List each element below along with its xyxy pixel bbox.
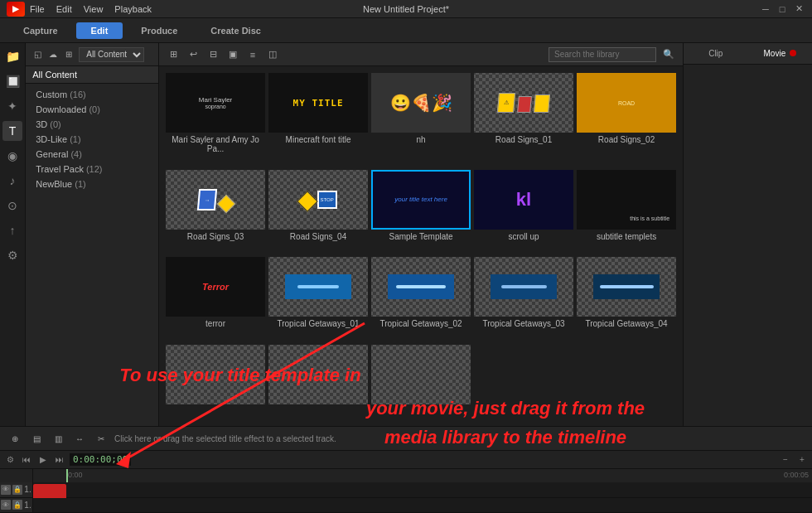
thumb-minecraft-font[interactable]: MY TITLE Minecraft font title [268, 73, 368, 167]
sidebar-icon-tools[interactable]: ⚙ [2, 245, 22, 265]
timeline-icon-settings[interactable]: ⚙ [3, 453, 17, 467]
media-panel: ◱ ☁ ⊞ All Content All Content Custom (16… [26, 43, 159, 426]
category-travel-pack[interactable]: Travel Pack (12) [26, 162, 158, 177]
tab-edit[interactable]: Edit [76, 22, 123, 39]
thumb-road-signs-03[interactable]: → Road Signs_03 [166, 170, 265, 254]
timeline-tracks: 👁 🔒 1. 👁 🔒 1. [0, 482, 812, 513]
toolbar-icon-grid[interactable]: ⊟ [205, 47, 220, 62]
thumb-subtitle-templets[interactable]: this is a subtitle subtitle templets [577, 170, 676, 254]
track-row-video: 👁 🔒 1. [0, 482, 812, 498]
sidebar-icon-audio[interactable]: ♪ [2, 171, 22, 191]
sidebar-icon-transitions[interactable]: 🔲 [2, 71, 22, 91]
bottom-toolbar-icon-snap[interactable]: ⊕ [7, 430, 23, 447]
thumb-empty-1 [166, 345, 265, 420]
sidebar-icon-media[interactable]: 📁 [2, 46, 22, 66]
timeline-icon-play[interactable]: ▶ [36, 453, 50, 467]
thumb-mari-sayler[interactable]: Mari Sayler soprano Mari Sayler and Amy … [166, 73, 265, 167]
menu-playback[interactable]: Playback [114, 4, 152, 14]
project-title: New Untitled Project* [363, 4, 449, 14]
category-3d-like[interactable]: 3D-Like (1) [26, 132, 158, 147]
menu-file[interactable]: File [30, 4, 45, 14]
minimize-icon[interactable]: ─ [759, 2, 772, 16]
timeline-icon-zoom-in[interactable]: + [795, 453, 809, 467]
menu-view[interactable]: View [84, 4, 104, 14]
sidebar-icon-titles[interactable]: T [2, 121, 22, 141]
track-row-audio: 👁 🔒 1. [0, 498, 812, 514]
sidebar-icon-effects[interactable]: ✦ [2, 96, 22, 116]
ruler-time-0: 0:00 [68, 471, 83, 479]
thumb-terror[interactable]: Terror terror [166, 257, 265, 341]
content-toolbar: ⊞ ↩ ⊟ ▣ ≡ ◫ 🔍 [159, 43, 683, 66]
tab-movie[interactable]: Movie [748, 46, 812, 61]
thumb-empty-2 [268, 345, 368, 420]
thumb-tropical-02[interactable]: Tropical Getaways_02 [371, 257, 471, 341]
content-area: ⊞ ↩ ⊟ ▣ ≡ ◫ 🔍 Mari Sayler soprano Mari S… [159, 43, 683, 426]
track-icon-audio-lock[interactable]: 🔒 [12, 500, 22, 510]
bottom-toolbar-icon-split[interactable]: ▥ [50, 430, 66, 447]
search-input[interactable] [549, 47, 656, 62]
sidebar-icon-capture[interactable]: ⊙ [2, 196, 22, 215]
track-icon-eye[interactable]: 👁 [1, 485, 11, 495]
menu-edit[interactable]: Edit [56, 4, 72, 14]
category-general[interactable]: General (4) [26, 147, 158, 162]
category-downloaded[interactable]: Downloaded (0) [26, 102, 158, 117]
timeline-icon-fforward[interactable]: ⏭ [53, 453, 66, 467]
thumb-road-signs-04[interactable]: STOP Road Signs_04 [268, 170, 368, 254]
toolbar-icon-view[interactable]: ◫ [265, 47, 280, 62]
icon-sidebar: 📁 🔲 ✦ T ◉ ♪ ⊙ ↑ ⚙ [0, 43, 26, 426]
right-panel: Clip Movie [683, 43, 812, 426]
close-icon[interactable]: ✕ [792, 2, 805, 16]
thumb-nh[interactable]: 😀🍕🎉 nh [371, 73, 471, 167]
app-logo: ▶ [7, 2, 25, 17]
preview-area [684, 65, 812, 426]
track-label-1: 👁 🔒 1. [0, 482, 33, 497]
ruler-marks: 0:00 0:00:05 [66, 469, 812, 482]
track-icon-lock[interactable]: 🔒 [12, 485, 22, 495]
track-content-video [33, 482, 812, 497]
sidebar-icon-dvd[interactable]: ◉ [2, 146, 22, 166]
media-toolbar-icon-3[interactable]: ⊞ [62, 48, 75, 61]
thumb-road-signs-01[interactable]: ⚠ Road Signs_01 [474, 73, 573, 167]
toolbar-icon-back[interactable]: ↩ [186, 47, 201, 62]
media-toolbar-icon-2[interactable]: ☁ [46, 48, 60, 61]
bottom-toolbar-icon-razor[interactable]: ✂ [93, 430, 109, 447]
tab-produce[interactable]: Produce [126, 22, 192, 39]
thumb-tropical-01[interactable]: Tropical Getaways_01 [268, 257, 368, 341]
timeline-icon-rewind[interactable]: ⏮ [20, 453, 33, 467]
drag-hint: Click here or drag the selected title ef… [114, 434, 805, 443]
toolbar-icon-list[interactable]: ⊞ [166, 47, 181, 62]
category-3d[interactable]: 3D (0) [26, 117, 158, 132]
thumb-scroll-up[interactable]: kl scroll up [474, 170, 573, 254]
thumb-road-signs-02[interactable]: ROAD Road Signs_02 [577, 73, 676, 167]
track-content-audio [33, 498, 812, 513]
all-content-header[interactable]: All Content [26, 66, 158, 84]
thumb-tropical-03[interactable]: Tropical Getaways_03 [474, 257, 573, 341]
thumb-tropical-04[interactable]: Tropical Getaways_04 [577, 257, 676, 341]
toolbar-icon-size[interactable]: ▣ [225, 47, 240, 62]
thumb-empty-3 [371, 345, 471, 420]
toolbar-icon-sort[interactable]: ≡ [245, 47, 260, 62]
bottom-toolbar-icon-trim[interactable]: ▤ [28, 430, 45, 447]
timeline-icon-zoom-out[interactable]: − [779, 453, 792, 467]
tab-bar: Capture Edit Produce Create Disc [0, 18, 812, 43]
media-toolbar: ◱ ☁ ⊞ All Content [26, 43, 158, 66]
search-icon[interactable]: 🔍 [661, 47, 676, 62]
title-bar: ▶ File Edit View Playback New Untitled P… [0, 0, 812, 18]
thumb-sample-template[interactable]: your title text here Sample Template [371, 170, 471, 254]
track-icon-audio-eye[interactable]: 👁 [1, 500, 11, 510]
content-filter-dropdown[interactable]: All Content [79, 47, 144, 62]
tab-create-disc[interactable]: Create Disc [196, 22, 276, 39]
category-list: Custom (16) Downloaded (0) 3D (0) 3D-Lik… [26, 84, 158, 426]
timeline-ruler: 0:00 0:00:05 [0, 469, 812, 482]
bottom-toolbar-icon-arrow[interactable]: ↔ [71, 430, 88, 447]
category-newblue[interactable]: NewBlue (1) [26, 177, 158, 191]
category-custom[interactable]: Custom (16) [26, 87, 158, 102]
maximize-icon[interactable]: □ [776, 2, 789, 16]
media-toolbar-icon-1[interactable]: ◱ [31, 48, 44, 61]
menu-bar: File Edit View Playback [30, 4, 152, 14]
tab-capture[interactable]: Capture [8, 22, 73, 39]
tab-clip[interactable]: Clip [684, 46, 747, 61]
bottom-toolbar: ⊕ ▤ ▥ ↔ ✂ Click here or drag the selecte… [0, 426, 812, 451]
timeline-header: ⚙ ⏮ ▶ ⏭ 0:00:00;00 − + [0, 451, 812, 469]
sidebar-icon-export[interactable]: ↑ [2, 220, 22, 240]
